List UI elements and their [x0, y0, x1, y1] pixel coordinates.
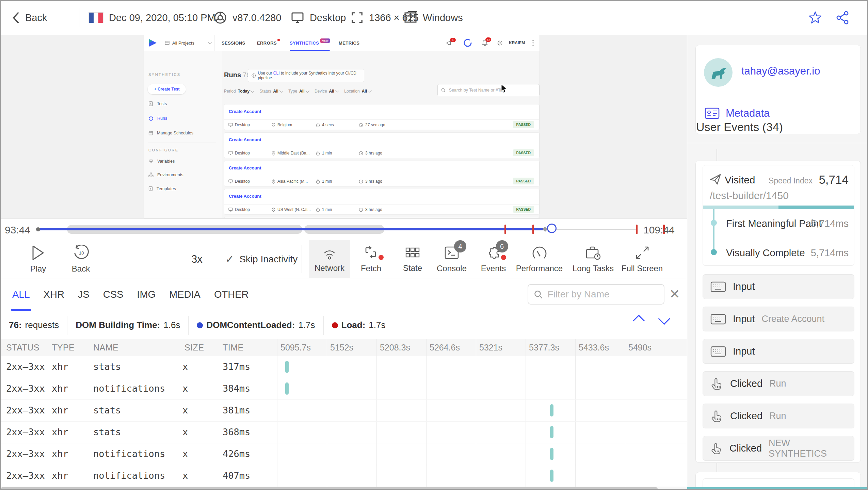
- event-item-input[interactable]: Input Create Account: [703, 307, 854, 331]
- notifications-button[interactable]: 13: [482, 35, 488, 51]
- announcements-button[interactable]: 1: [446, 35, 453, 51]
- event-item-clicked[interactable]: Clicked Run: [703, 404, 854, 428]
- run-name-link[interactable]: Create Account: [229, 165, 261, 170]
- full-screen-button[interactable]: Full Screen: [617, 240, 667, 278]
- timeline-remaining[interactable]: [553, 229, 637, 230]
- run-name-link[interactable]: Create Account: [229, 194, 261, 199]
- app-tab-synthetics[interactable]: SYNTHETICSNEW: [290, 35, 330, 51]
- back-button[interactable]: Back: [12, 1, 47, 35]
- more-menu-button[interactable]: [532, 35, 534, 51]
- favorite-button[interactable]: [808, 1, 822, 35]
- create-test-button[interactable]: + Create Test: [148, 84, 186, 94]
- share-button[interactable]: [835, 1, 850, 35]
- cli-link[interactable]: CLI: [273, 71, 280, 76]
- long-tasks-panel-button[interactable]: Long Tasks: [568, 240, 618, 278]
- project-selector[interactable]: All Projects: [161, 35, 215, 51]
- events-panel-button[interactable]: 6 Events: [477, 240, 510, 278]
- sidebar-item-variables[interactable]: Variables: [148, 159, 175, 164]
- error-marker[interactable]: [504, 225, 506, 234]
- tab-img[interactable]: IMG: [137, 289, 156, 300]
- network-panel-button[interactable]: Network: [309, 240, 350, 278]
- state-panel-button[interactable]: State: [396, 240, 430, 278]
- event-item-clicked[interactable]: Clicked Run: [703, 371, 854, 396]
- sidebar-item-manage-schedules[interactable]: Manage Schedules: [148, 130, 193, 135]
- run-name-link[interactable]: Create Account: [229, 109, 261, 114]
- events-count-badge: 6: [496, 240, 508, 252]
- event-item-input[interactable]: Input: [703, 339, 854, 364]
- time-tick: 5264.6s: [430, 339, 460, 356]
- event-item-input[interactable]: Input: [703, 274, 854, 299]
- request-row[interactable]: 2xx–3xx xhr stats x 368ms: [1, 421, 687, 443]
- visited-event-card[interactable]: Visited Speed Index 5,714 /test-builder/…: [703, 165, 854, 266]
- monitor-icon: [291, 11, 304, 24]
- tab-media[interactable]: MEDIA: [169, 289, 200, 300]
- filter-box[interactable]: [528, 284, 664, 305]
- app-logo[interactable]: [147, 35, 158, 51]
- user-menu[interactable]: KRAIEM: [509, 35, 525, 51]
- filter-status[interactable]: StatusAll: [259, 89, 282, 94]
- back-10s-button[interactable]: 10 Back: [65, 240, 97, 278]
- run-device: Desktop: [228, 205, 250, 215]
- skip-inactivity-toggle[interactable]: ✓ Skip Inactivity: [225, 240, 298, 278]
- player-timeline[interactable]: 93:44 109:44: [1, 218, 687, 240]
- sidebar-item-environments[interactable]: Environments: [148, 173, 183, 177]
- tab-css[interactable]: CSS: [103, 289, 124, 300]
- metadata-button[interactable]: Metadata: [705, 107, 770, 119]
- sidebar-item-templates[interactable]: Templates: [148, 186, 176, 191]
- user-email-link[interactable]: tahay@asayer.io: [741, 65, 820, 77]
- filter-location[interactable]: LocationAll: [344, 89, 371, 94]
- settings-button[interactable]: [497, 35, 503, 51]
- run-name-link[interactable]: Create Account: [229, 137, 261, 142]
- test-search-input[interactable]: [448, 87, 536, 93]
- run-device: Desktop: [228, 148, 250, 158]
- request-row[interactable]: 2xx–3xx xhr notifications x 384ms: [1, 378, 687, 400]
- back-10-icon: 10: [73, 245, 89, 261]
- performance-panel-button[interactable]: Performance: [513, 240, 566, 278]
- app-tab-metrics[interactable]: METRICS: [339, 35, 359, 51]
- search-icon: [534, 289, 543, 299]
- sidebar-item-runs[interactable]: Runs: [148, 116, 167, 121]
- run-location: US West (N. Cal...: [272, 205, 311, 215]
- sidebar-item-tests[interactable]: Tests: [148, 101, 167, 106]
- id-card-icon: [705, 108, 720, 119]
- filter-type[interactable]: TypeAll: [288, 89, 308, 94]
- run-card[interactable]: Create Account Desktop Middle East (Ba..…: [224, 132, 540, 158]
- tab-xhr[interactable]: XHR: [44, 289, 64, 300]
- metric-timeline-line: [713, 209, 714, 253]
- time-tick: 5490s: [628, 339, 652, 356]
- request-row[interactable]: 2xx–3xx xhr notifications x 407ms: [1, 465, 687, 487]
- timeline-progress[interactable]: [38, 228, 553, 230]
- playhead-handle[interactable]: [547, 224, 557, 233]
- play-button[interactable]: Play: [23, 240, 53, 278]
- speed-index-label: Speed Index: [769, 176, 813, 185]
- request-row[interactable]: 2xx–3xx xhr notifications x 426ms: [1, 443, 687, 465]
- error-marker[interactable]: [636, 225, 638, 234]
- run-card[interactable]: Create Account Desktop US West (N. Cal..…: [224, 189, 540, 215]
- tab-js[interactable]: JS: [78, 289, 90, 300]
- tab-other[interactable]: OTHER: [214, 289, 249, 300]
- app-tab-sessions[interactable]: SESSIONS: [222, 35, 245, 51]
- run-card[interactable]: Create Account Desktop Asia Pacific (M..…: [224, 161, 540, 186]
- request-row[interactable]: 2xx–3xx xhr stats x 317ms: [1, 356, 687, 378]
- request-row[interactable]: 2xx–3xx xhr stats x 381ms: [1, 399, 687, 422]
- test-search-box[interactable]: [437, 84, 540, 96]
- run-duration: 1 min: [316, 148, 332, 158]
- request-timing-bar: [285, 361, 289, 373]
- filter-period[interactable]: PeriodToday: [224, 89, 253, 94]
- scrollbar-thumb[interactable]: [1, 487, 658, 490]
- filter-device[interactable]: DeviceAll: [315, 89, 338, 94]
- close-panel-button[interactable]: ✕: [669, 287, 680, 301]
- error-marker[interactable]: [532, 225, 534, 234]
- horizontal-scrollbar[interactable]: [1, 487, 687, 490]
- jump-previous-button[interactable]: [633, 315, 645, 327]
- console-panel-button[interactable]: 4 Console: [431, 240, 472, 278]
- filter-input[interactable]: [547, 289, 658, 300]
- os-info: Windows: [404, 1, 463, 35]
- event-item-clicked[interactable]: Clicked NEW SYNTHETICS: [703, 436, 854, 461]
- fetch-panel-button[interactable]: Fetch: [354, 240, 388, 278]
- run-card[interactable]: Create Account Desktop Belgium 4 secs 27…: [224, 104, 540, 130]
- app-tab-errors[interactable]: ERRORS: [257, 35, 280, 51]
- clock-icon: [359, 179, 363, 184]
- tab-all[interactable]: ALL: [12, 289, 30, 300]
- speed-toggle[interactable]: 3x: [191, 240, 203, 278]
